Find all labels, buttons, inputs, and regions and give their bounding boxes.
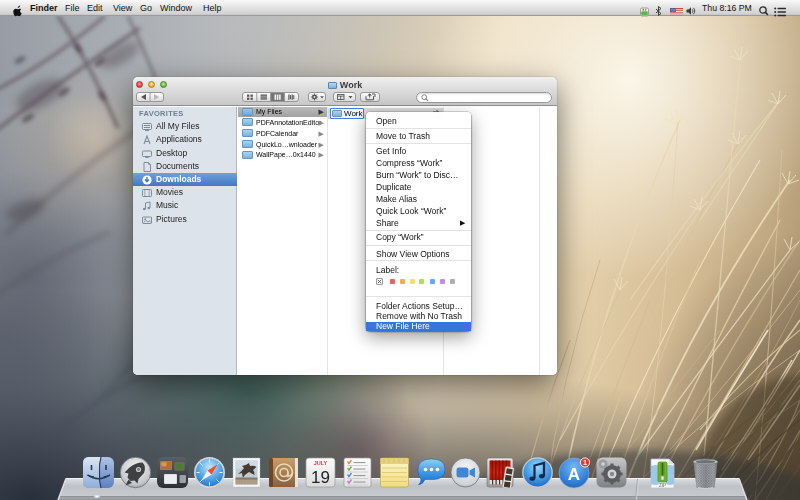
svg-text:19: 19 (311, 468, 330, 487)
svg-text:JULY: JULY (314, 460, 328, 466)
svg-text:1: 1 (583, 458, 587, 467)
svg-text:A: A (568, 465, 580, 484)
svg-text:ZIP: ZIP (659, 483, 666, 488)
